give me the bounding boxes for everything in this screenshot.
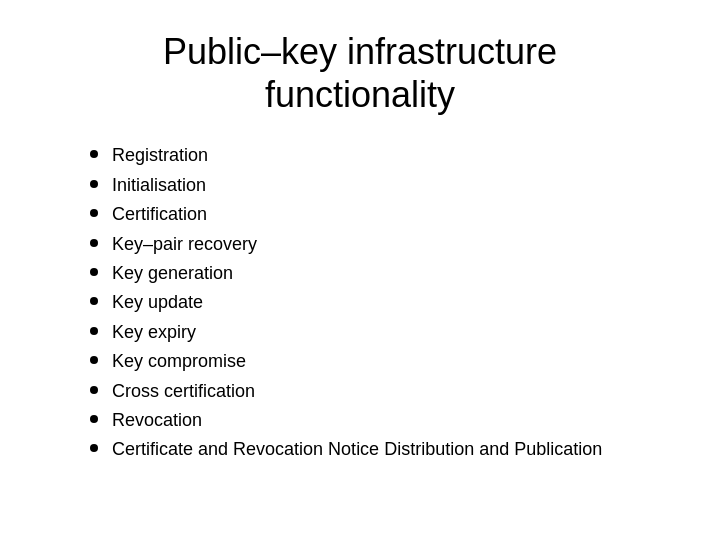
list-item-label: Initialisation	[112, 174, 206, 197]
list-item: Key–pair recovery	[90, 233, 660, 256]
bullet-dot-icon	[90, 356, 98, 364]
list-item-label: Certification	[112, 203, 207, 226]
list-item-label: Key generation	[112, 262, 233, 285]
list-item: Certification	[90, 203, 660, 226]
bullet-dot-icon	[90, 297, 98, 305]
list-item: Key expiry	[90, 321, 660, 344]
list-item: Key compromise	[90, 350, 660, 373]
bullet-dot-icon	[90, 239, 98, 247]
list-item: Certificate and Revocation Notice Distri…	[90, 438, 660, 461]
bullet-dot-icon	[90, 268, 98, 276]
list-item-label: Key update	[112, 291, 203, 314]
list-item-label: Key compromise	[112, 350, 246, 373]
list-item: Key update	[90, 291, 660, 314]
list-item: Initialisation	[90, 174, 660, 197]
bullet-dot-icon	[90, 386, 98, 394]
list-item: Revocation	[90, 409, 660, 432]
list-item-label: Registration	[112, 144, 208, 167]
bullet-dot-icon	[90, 444, 98, 452]
bullet-dot-icon	[90, 150, 98, 158]
list-item: Registration	[90, 144, 660, 167]
list-item-label: Certificate and Revocation Notice Distri…	[112, 438, 602, 461]
bullet-dot-icon	[90, 327, 98, 335]
bullet-list: RegistrationInitialisationCertificationK…	[60, 144, 660, 467]
list-item-label: Key expiry	[112, 321, 196, 344]
list-item: Key generation	[90, 262, 660, 285]
list-item-label: Cross certification	[112, 380, 255, 403]
list-item-label: Revocation	[112, 409, 202, 432]
bullet-dot-icon	[90, 209, 98, 217]
bullet-dot-icon	[90, 415, 98, 423]
page-title: Public–key infrastructure functionality	[163, 30, 557, 116]
list-item: Cross certification	[90, 380, 660, 403]
list-item-label: Key–pair recovery	[112, 233, 257, 256]
bullet-dot-icon	[90, 180, 98, 188]
